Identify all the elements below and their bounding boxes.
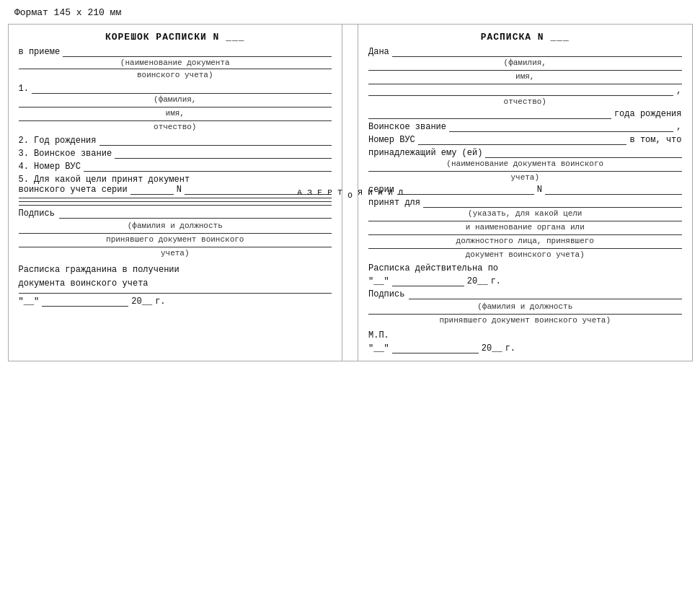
r-date2-quote: "__" (368, 343, 389, 353)
divider-column: Л И Н И Я О Т Р Е З А (342, 25, 358, 361)
r-zvanie-row: Воинское звание , (368, 122, 682, 132)
r-date2-month (392, 343, 479, 353)
r-date2-g: г. (505, 343, 515, 353)
r-sig-label2: принявшего документ воинского учета) (368, 316, 682, 325)
r-doc-voin-label: документ воинского учета) (368, 250, 682, 259)
r-zvanie-label: Воинское звание (368, 122, 446, 132)
v-pryeme-label: в приеме (19, 47, 61, 57)
r-zvanie-comma: , (676, 122, 681, 132)
item5b-row: воинского учета серии N (19, 185, 332, 195)
sig-label3: учета) (19, 249, 332, 258)
r-vus-row: Номер ВУС в том, что (368, 135, 682, 145)
r-prinadl-label: принадлежащий ему (ей) (368, 148, 482, 158)
familiya-label: (фамилия, (19, 95, 332, 104)
divider-text: Л И Н И Я О Т Р Е З А (296, 185, 405, 201)
item2-field (99, 136, 332, 146)
main-form: КОРЕШОК РАСПИСКИ N ___ в приеме (наимено… (8, 24, 693, 361)
r-ukazat-label: (указать, для какой цели (368, 209, 682, 218)
r-prinyat-row: принят для (368, 198, 682, 208)
r-serii-row: серии N (368, 185, 682, 195)
receipt-text1: Расписка гражданина в получении (19, 263, 332, 277)
sig-label1: (фамилия и должность (19, 221, 332, 230)
priome-row: в приеме (19, 47, 332, 57)
format-label: Формат 145 х 210 мм (14, 7, 693, 18)
dana-row: Дана (368, 47, 682, 57)
sig-line1 (19, 233, 332, 234)
item5-label: 5. Для какой цели принят документ (19, 175, 190, 185)
item1-row: 1. (19, 84, 332, 94)
r-dolzhnostnogo-label: должностного лица, принявшего (368, 237, 682, 245)
r-n-label: N (537, 185, 542, 195)
item1-field (32, 84, 332, 94)
item5-text: 5. Для какой цели принят документ (19, 175, 332, 185)
r-naim-organa-label: и наименование органа или (368, 223, 682, 232)
sig-label2: принявшего документ воинского (19, 235, 332, 244)
r-ucheta-label: учета) (368, 173, 682, 182)
otchestvo-line (19, 120, 332, 121)
r-naim-label: (наименование документа воинского (368, 159, 682, 168)
voin-ucheta-label: воинского учета) (19, 71, 332, 79)
r-vus-label: Номер ВУС (368, 135, 415, 145)
r-date1-g: г. (491, 276, 501, 286)
receipt-text2: документа воинского учета (19, 277, 332, 291)
podpis-label: Подпись (19, 208, 55, 219)
receipt-line (19, 293, 332, 294)
r-organa-line (368, 234, 682, 235)
item5c-label: N (177, 185, 182, 195)
imya-label: имя, (19, 109, 332, 118)
doc-line1 (19, 69, 332, 69)
item3-row: 3. Воинское звание (19, 149, 332, 159)
item4-row: 4. Номер ВУС (19, 162, 332, 172)
r-otchestvo-row: , (368, 86, 682, 96)
r-prinyat-field (423, 198, 681, 208)
r-date1-month (392, 276, 464, 286)
item2-label: 2. Год рождения (19, 136, 97, 146)
extra-line2 (19, 201, 332, 202)
signature-row-left: Подпись (19, 208, 332, 219)
item5b-label: воинского учета серии (19, 185, 128, 195)
r-ukazat-line (368, 221, 682, 221)
dana-field (392, 47, 682, 57)
raspiskalabel: Расписка действительна по (368, 263, 682, 273)
podpis-field (59, 208, 332, 219)
mp-block: М.П. (368, 330, 682, 341)
r-signature-row: Подпись (368, 289, 682, 299)
r-serii-field (397, 185, 534, 195)
raspiska-deystvitelna: Расписка действительна по (368, 263, 498, 273)
r-familiya-label: (фамилия, (368, 58, 682, 67)
r-goda-field (368, 109, 611, 119)
r-imya-line (368, 84, 682, 84)
receipt-block: Расписка гражданина в получении документ… (19, 263, 332, 290)
item4-field (84, 162, 332, 172)
r-date1-quote: "__" (368, 276, 389, 286)
right-title: РАСПИСКА N ___ (368, 32, 682, 43)
date-g-left: г. (155, 296, 165, 307)
left-column: КОРЕШОК РАСПИСКИ N ___ в приеме (наимено… (9, 25, 343, 361)
r-otchestvo-label: , (676, 86, 681, 96)
right-column: РАСПИСКА N ___ Дана (фамилия, имя, , отч… (358, 25, 692, 361)
pryeme-field (63, 47, 332, 57)
r-date2-row: "__" 20__ г. (368, 343, 682, 353)
mp-label: М.П. (368, 330, 389, 341)
date-year-left: 20__ (131, 296, 152, 307)
extra-line3 (19, 205, 332, 206)
r-naim-line (368, 171, 682, 172)
dana-label: Дана (368, 47, 389, 57)
r-dolzhnostnogo-line (368, 248, 682, 249)
r-otchestvo-sub: отчество) (368, 97, 682, 106)
r-goda-row: года рождения (368, 109, 682, 119)
item5b-field (130, 185, 174, 195)
r-n-field (545, 185, 682, 195)
r-date1-row: "__" 20__ г. (368, 276, 682, 286)
item3-label: 3. Воинское звание (19, 149, 112, 159)
r-prinadl-field (485, 148, 681, 158)
sig-line2 (19, 247, 332, 247)
r-podpis-label: Подпись (368, 289, 404, 299)
r-otchestvo-field (368, 86, 673, 96)
r-date1-year: 20__ (467, 276, 488, 286)
item3-field (115, 149, 332, 159)
r-podpis-field (409, 289, 681, 299)
otchestvo-label: отчество) (19, 123, 332, 131)
r-imya-label: имя, (368, 72, 682, 81)
left-title: КОРЕШОК РАСПИСКИ N ___ (19, 32, 332, 43)
